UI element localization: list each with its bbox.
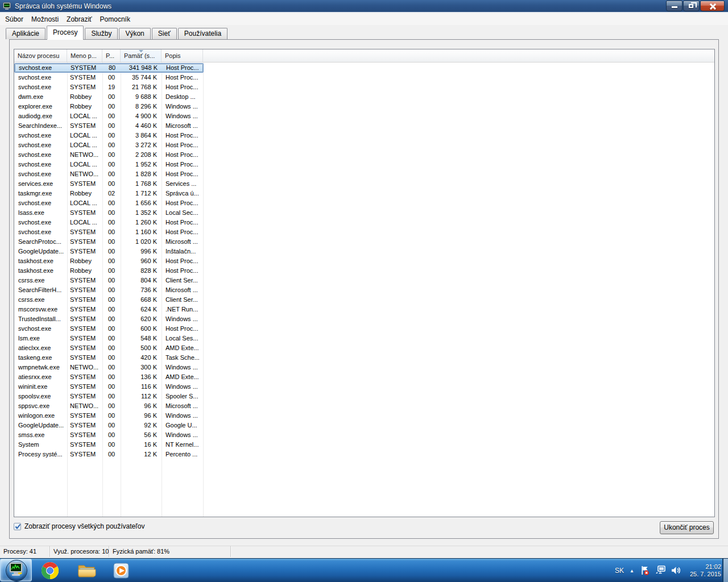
process-cell-user: SYSTEM bbox=[67, 82, 102, 92]
menu-item-pomocnik[interactable]: Pomocník bbox=[96, 14, 134, 24]
process-cell-cpu: 00 bbox=[102, 247, 121, 256]
process-row[interactable]: svchost.exeLOCAL ...001 656 KHost Proc..… bbox=[14, 198, 204, 208]
process-cell-cpu: 00 bbox=[102, 401, 121, 411]
process-row[interactable]: smss.exeSYSTEM0056 KWindows ... bbox=[14, 430, 204, 440]
process-cell-mem: 548 K bbox=[121, 334, 162, 343]
checkmark-icon bbox=[14, 523, 22, 530]
process-row[interactable]: Procesy systé...SYSTEM0012 KPercento ... bbox=[14, 450, 204, 459]
show-all-users-checkbox[interactable] bbox=[14, 523, 21, 530]
restore-button[interactable] bbox=[683, 1, 700, 11]
process-row[interactable]: TrustedInstall...SYSTEM00620 KWindows ..… bbox=[14, 314, 204, 324]
process-cell-name: taskhost.exe bbox=[14, 266, 67, 276]
process-row[interactable]: svchost.exeSYSTEM1921 768 KHost Proc... bbox=[14, 82, 204, 92]
tray-expand-icon[interactable]: ▲ bbox=[630, 568, 634, 573]
minimize-button[interactable] bbox=[666, 1, 682, 11]
clock[interactable]: 21:02 25. 7. 2015 bbox=[690, 563, 721, 578]
process-cell-desc: Microsoft ... bbox=[162, 285, 199, 295]
process-cell-name: SearchFilterH... bbox=[14, 285, 67, 295]
process-listview[interactable]: Názov procesuMeno p...P...Pamäť (s...Pop… bbox=[14, 49, 715, 517]
tab-pouzivatelia[interactable]: Používatelia bbox=[178, 28, 228, 39]
process-cell-cpu: 00 bbox=[102, 382, 121, 392]
process-row[interactable]: atiesrxx.exeSYSTEM00136 KAMD Exte... bbox=[14, 372, 204, 382]
process-row[interactable]: svchost.exeSYSTEM0035 744 KHost Proc... bbox=[14, 73, 204, 82]
process-row[interactable]: svchost.exeNETWO...001 828 KHost Proc... bbox=[14, 169, 204, 179]
column-header-user[interactable]: Meno p... bbox=[67, 49, 102, 62]
column-header-cpu[interactable]: P... bbox=[102, 49, 121, 62]
process-cell-mem: 1 952 K bbox=[121, 160, 162, 169]
close-button[interactable] bbox=[700, 1, 725, 11]
process-cell-name: svchost.exe bbox=[15, 63, 68, 73]
process-row[interactable]: taskmgr.exeRobbey021 712 KSprávca ú... bbox=[14, 189, 204, 198]
show-desktop-button[interactable] bbox=[722, 559, 728, 582]
process-row[interactable]: taskhost.exeRobbey00960 KHost Proc... bbox=[14, 256, 204, 266]
process-cell-mem: 620 K bbox=[121, 314, 162, 324]
process-row[interactable]: SearchProtoc...SYSTEM001 020 KMicrosoft … bbox=[14, 237, 204, 247]
menu-item-subor[interactable]: Súbor bbox=[1, 14, 27, 24]
menu-item-moznosti[interactable]: Možnosti bbox=[27, 14, 63, 24]
process-cell-desc: Task Sche... bbox=[162, 353, 199, 363]
process-row[interactable]: services.exeSYSTEM001 768 KServices ... bbox=[14, 179, 204, 189]
process-row[interactable]: sppsvc.exeNETWO...0096 KMicrosoft ... bbox=[14, 401, 204, 411]
menu-item-zobrazit[interactable]: Zobraziť bbox=[63, 14, 96, 24]
process-row[interactable]: svchost.exeSYSTEM80341 948 KHost Proc... bbox=[14, 63, 204, 73]
process-row[interactable]: svchost.exeSYSTEM00600 KHost Proc... bbox=[14, 324, 204, 334]
column-header-desc[interactable]: Popis bbox=[162, 49, 203, 62]
process-cell-user: SYSTEM bbox=[67, 314, 102, 324]
process-row[interactable]: wmpnetwk.exeNETWO...00300 KWindows ... bbox=[14, 363, 204, 372]
action-center-icon[interactable] bbox=[640, 566, 650, 576]
process-cell-cpu: 00 bbox=[102, 440, 121, 450]
tab-sluzby[interactable]: Služby bbox=[85, 28, 118, 39]
process-cell-cpu: 00 bbox=[102, 285, 121, 295]
process-cell-cpu: 00 bbox=[102, 227, 121, 237]
taskbar-explorer-button[interactable] bbox=[77, 563, 97, 580]
column-header-name[interactable]: Názov procesu bbox=[14, 49, 67, 62]
tab-procesy[interactable]: Procesy bbox=[47, 26, 84, 40]
process-row[interactable]: taskeng.exeSYSTEM00420 KTask Sche... bbox=[14, 353, 204, 363]
process-cell-cpu: 00 bbox=[102, 73, 121, 82]
process-row[interactable]: svchost.exeLOCAL ...003 864 KHost Proc..… bbox=[14, 131, 204, 140]
tab-aplikacie[interactable]: Aplikácie bbox=[6, 28, 46, 39]
tab-siet[interactable]: Sieť bbox=[152, 28, 177, 39]
process-row[interactable]: SystemSYSTEM0016 KNT Kernel... bbox=[14, 440, 204, 450]
network-icon[interactable] bbox=[655, 566, 665, 576]
process-cell-cpu: 00 bbox=[102, 363, 121, 372]
process-row[interactable]: winlogon.exeSYSTEM0096 KWindows ... bbox=[14, 411, 204, 421]
process-row[interactable]: explorer.exeRobbey008 296 KWindows ... bbox=[14, 102, 204, 111]
taskbar-chrome-button[interactable] bbox=[41, 562, 59, 581]
process-row[interactable]: svchost.exeLOCAL ...001 260 KHost Proc..… bbox=[14, 218, 204, 227]
task-manager-icon bbox=[3, 2, 12, 10]
process-row[interactable]: dwm.exeRobbey009 688 KDesktop ... bbox=[14, 92, 204, 102]
process-row[interactable]: csrss.exeSYSTEM00804 KClient Ser... bbox=[14, 276, 204, 285]
process-row[interactable]: atieclxx.exeSYSTEM00500 KAMD Exte... bbox=[14, 343, 204, 353]
process-cell-user: SYSTEM bbox=[67, 334, 102, 343]
process-row[interactable]: GoogleUpdate...SYSTEM00996 KInštalačn... bbox=[14, 247, 204, 256]
process-row[interactable]: svchost.exeLOCAL ...001 952 KHost Proc..… bbox=[14, 160, 204, 169]
process-cell-user: SYSTEM bbox=[67, 285, 102, 295]
process-row[interactable]: spoolsv.exeSYSTEM00112 KSpooler S... bbox=[14, 392, 204, 401]
tab-vykon[interactable]: Výkon bbox=[119, 28, 150, 39]
process-row[interactable]: taskhost.exeRobbey00828 KHost Proc... bbox=[14, 266, 204, 276]
column-header-mem[interactable]: Pamäť (s... bbox=[121, 49, 162, 62]
volume-icon[interactable] bbox=[671, 566, 681, 576]
process-row[interactable]: svchost.exeLOCAL ...003 272 KHost Proc..… bbox=[14, 140, 204, 150]
process-row[interactable]: wininit.exeSYSTEM00116 KWindows ... bbox=[14, 382, 204, 392]
process-row[interactable]: svchost.exeSYSTEM001 160 KHost Proc... bbox=[14, 227, 204, 237]
end-process-button[interactable]: Ukončiť proces bbox=[660, 521, 714, 534]
process-row[interactable]: lsm.exeSYSTEM00548 KLocal Ses... bbox=[14, 334, 204, 343]
process-row[interactable]: GoogleUpdate...SYSTEM0092 KGoogle U... bbox=[14, 421, 204, 430]
titlebar[interactable]: Správca úloh systému Windows bbox=[0, 0, 728, 13]
process-cell-desc: Windows ... bbox=[162, 382, 199, 392]
language-indicator[interactable]: SK bbox=[615, 567, 624, 575]
process-row[interactable]: SearchFilterH...SYSTEM00736 KMicrosoft .… bbox=[14, 285, 204, 295]
process-row[interactable]: SearchIndexe...SYSTEM004 460 KMicrosoft … bbox=[14, 121, 204, 131]
process-row[interactable]: mscorsvw.exeSYSTEM00624 K.NET Run... bbox=[14, 305, 204, 314]
process-row[interactable]: csrss.exeSYSTEM00668 KClient Ser... bbox=[14, 295, 204, 305]
process-row[interactable]: svchost.exeNETWO...002 208 KHost Proc... bbox=[14, 150, 204, 160]
process-cell-name: svchost.exe bbox=[14, 160, 67, 169]
taskbar-media-player-button[interactable] bbox=[112, 562, 130, 581]
process-row[interactable]: lsass.exeSYSTEM001 352 KLocal Sec... bbox=[14, 208, 204, 218]
process-cell-desc: .NET Run... bbox=[162, 305, 199, 314]
process-row[interactable]: audiodg.exeLOCAL ...004 900 KWindows ... bbox=[14, 111, 204, 121]
statusbar-processes: Procesy: 41 bbox=[0, 546, 50, 557]
process-cell-mem: 96 K bbox=[121, 411, 162, 421]
